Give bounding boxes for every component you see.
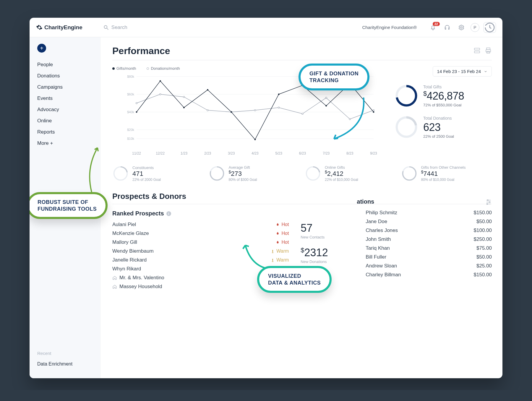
legend-gifts[interactable]: Gifts/month [112,66,136,71]
notification-badge: 22 [433,22,440,26]
svg-text:$20k: $20k [127,128,134,131]
svg-text:11/22: 11/22 [132,151,141,155]
svg-text:1/23: 1/23 [181,151,188,155]
donor-row[interactable]: Charles Jones$100.00 [366,228,492,233]
donor-row[interactable]: Philip Schmitz$150.00 [366,210,492,216]
history-icon [484,22,496,33]
history-button[interactable] [484,22,496,33]
svg-point-40 [136,111,137,113]
kpi-gifts-from-other-channels: Gifts from Other Channels$744180% of $10… [401,165,492,182]
svg-text:3/23: 3/23 [228,151,235,155]
search-input[interactable]: Search [103,25,356,30]
search-icon [103,25,109,30]
svg-line-1 [107,28,108,30]
mid-stat: $2312New Donations [301,246,354,264]
gear-icon [458,24,465,31]
donor-row[interactable]: Andrew Sloan$25.00 [366,263,492,269]
filter-button[interactable] [485,198,492,206]
nav-item-advocacy[interactable]: Advocacy [30,104,100,115]
svg-point-44 [231,111,232,113]
print-icon [485,47,492,54]
donor-row[interactable]: John Smith$250.00 [366,236,492,242]
nav-item-campaigns[interactable]: Campaigns [30,82,100,93]
kpi-constituents: Constituents47122% of 2000 Goal [112,165,203,182]
date-range-picker[interactable]: 14 Feb 23 - 15 Feb 24 [433,66,492,77]
svg-rect-5 [486,48,490,50]
org-name[interactable]: CharityEngine Foundation® [362,25,417,30]
svg-rect-7 [487,51,490,53]
main: Performance Gifts/month Donations/month … [100,37,502,378]
svg-text:8/23: 8/23 [346,151,353,155]
svg-text:4/23: 4/23 [252,151,259,155]
nav-item-people[interactable]: People [30,59,100,70]
donor-row[interactable]: Bill Fuller$50.00 [366,254,492,260]
svg-text:$40k: $40k [127,110,134,114]
gear-icon [36,24,43,31]
svg-point-48 [325,105,327,107]
donations-title-partial: ations [357,198,492,205]
brand-logo[interactable]: CharityEngine [36,24,82,31]
svg-text:9/23: 9/23 [370,151,377,155]
sliders-icon [485,198,492,205]
add-button[interactable]: + [37,44,46,53]
svg-point-43 [207,89,208,91]
svg-point-45 [254,139,256,140]
nav-item-events[interactable]: Events [30,93,100,104]
svg-point-2 [460,27,462,28]
layout-button[interactable] [473,47,481,55]
donor-row[interactable]: Charley Billman$150.00 [366,272,492,278]
kpi-average-gift: Average Gift$27380% of $300 Goal [209,165,300,182]
callout-fundraising-tools: ROBUST SUITE OFFUNDRAISING TOOLS [30,192,108,219]
titlebar: CharityEngine Search CharityEngine Found… [30,18,502,37]
svg-text:7/23: 7/23 [323,151,330,155]
search-placeholder: Search [111,25,127,30]
donor-row[interactable]: Jane Doe$50.00 [366,219,492,225]
nav-item-online[interactable]: Online [30,115,100,126]
svg-point-30 [160,94,161,95]
callout-gift-tracking: GIFT & DONATIONTRACKING [299,64,369,90]
chevron-down-icon [484,70,487,73]
svg-text:2/23: 2/23 [204,151,211,155]
svg-point-34 [254,110,256,111]
svg-point-39 [373,110,374,111]
svg-text:12/22: 12/22 [156,151,165,155]
svg-point-0 [104,25,107,28]
support-button[interactable] [442,22,452,33]
page-title: Performance [112,46,170,56]
headset-icon [444,24,450,31]
svg-text:$10k: $10k [127,137,134,140]
prospect-row[interactable]: McKenzie GlazeHot [112,230,289,236]
nav-item-reports[interactable]: Reports [30,126,100,138]
arrow-cyan-icon [328,98,369,145]
settings-button[interactable] [456,22,466,33]
donor-row[interactable]: Tariq Khan$75.00 [366,245,492,251]
recent-item[interactable]: Data Enrichment [30,359,100,369]
layout-icon [473,47,481,54]
svg-point-36 [302,113,303,115]
nav-item-donations[interactable]: Donations [30,70,100,82]
svg-text:$60k: $60k [127,92,134,96]
svg-point-41 [160,80,161,82]
svg-text:6/23: 6/23 [299,151,306,155]
svg-text:$80k: $80k [127,75,134,78]
legend-donations[interactable]: Donations/month [147,66,180,71]
app-window: CharityEngine Search CharityEngine Found… [30,18,502,378]
svg-point-46 [278,94,280,95]
svg-point-42 [183,107,185,108]
svg-point-50 [373,111,374,113]
prospect-row[interactable]: Aulani PielHot [112,222,289,228]
svg-point-35 [278,107,280,108]
svg-point-31 [183,96,185,98]
svg-text:5/23: 5/23 [275,151,283,155]
header-icons: 22 P [428,22,496,33]
info-icon[interactable]: i [166,211,171,216]
svg-rect-3 [474,48,480,50]
notifications-button[interactable]: 22 [428,22,438,33]
recent-label: Recent [30,348,100,359]
svg-point-29 [136,103,137,104]
user-avatar[interactable]: P [471,23,479,32]
print-button[interactable] [485,47,492,55]
mid-stat: 57New Contacts [301,222,354,239]
arrow-green-icon [83,145,106,195]
svg-rect-4 [474,51,480,53]
